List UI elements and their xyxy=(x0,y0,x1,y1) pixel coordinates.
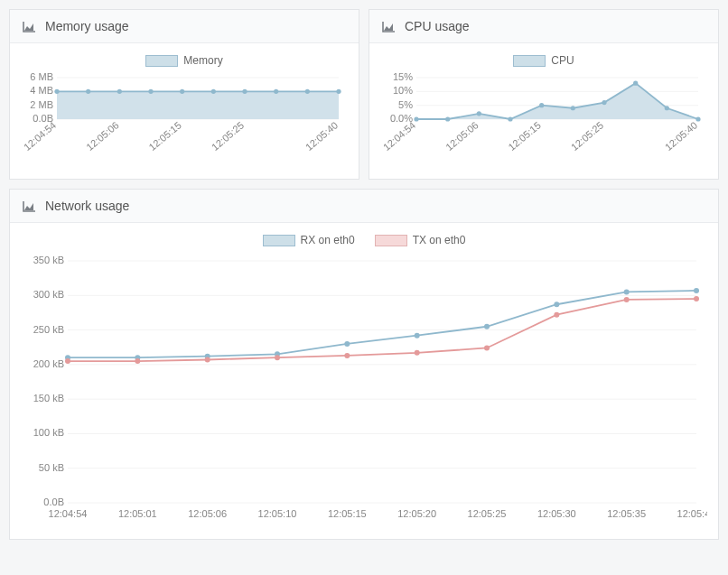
svg-point-66 xyxy=(344,341,350,347)
svg-text:12:05:40: 12:05:40 xyxy=(303,119,341,153)
cpu-chart: 0.0%5%10%15%12:04:5412:05:0612:05:1512:0… xyxy=(380,72,705,162)
svg-point-40 xyxy=(695,116,700,121)
svg-point-78 xyxy=(484,345,490,350)
chart-icon xyxy=(23,21,36,32)
svg-text:4 MB: 4 MB xyxy=(30,85,53,96)
svg-text:12:05:25: 12:05:25 xyxy=(210,119,247,153)
svg-text:200 kB: 200 kB xyxy=(33,358,64,369)
chart-icon xyxy=(382,21,396,32)
swatch-rx xyxy=(263,235,295,246)
svg-text:12:05:25: 12:05:25 xyxy=(569,119,606,153)
svg-text:300 kB: 300 kB xyxy=(33,289,64,300)
legend-label: CPU xyxy=(551,54,574,67)
memory-chart: 0.0B2 MB4 MB6 MB12:04:5412:05:0612:05:15… xyxy=(21,72,346,162)
svg-text:12:04:54: 12:04:54 xyxy=(22,119,59,153)
cpu-panel: CPU usage CPU 0.0%5%10%15%12:04:5412:05:… xyxy=(369,9,719,180)
svg-point-33 xyxy=(477,111,481,116)
svg-point-32 xyxy=(445,116,450,121)
swatch-memory xyxy=(145,55,178,67)
svg-text:350 kB: 350 kB xyxy=(33,255,64,265)
svg-point-8 xyxy=(54,89,59,94)
legend-label: Memory xyxy=(183,54,222,67)
svg-point-38 xyxy=(633,81,638,86)
svg-point-77 xyxy=(415,350,420,356)
svg-text:12:05:20: 12:05:20 xyxy=(397,508,436,519)
swatch-tx xyxy=(375,235,407,246)
svg-point-74 xyxy=(205,357,210,362)
svg-point-75 xyxy=(275,355,280,360)
svg-text:12:04:54: 12:04:54 xyxy=(381,119,418,153)
svg-point-36 xyxy=(571,106,575,110)
svg-point-34 xyxy=(508,116,512,121)
svg-point-72 xyxy=(65,358,70,364)
legend-label: TX on eth0 xyxy=(413,234,466,246)
svg-text:0.0B: 0.0B xyxy=(43,496,64,507)
svg-point-14 xyxy=(242,89,247,94)
svg-text:2 MB: 2 MB xyxy=(30,99,53,110)
svg-point-37 xyxy=(602,100,606,105)
cpu-legend: CPU xyxy=(380,54,707,67)
svg-text:12:05:35: 12:05:35 xyxy=(607,508,646,519)
svg-point-17 xyxy=(336,89,341,94)
svg-text:5%: 5% xyxy=(398,99,413,110)
svg-point-76 xyxy=(344,353,350,358)
svg-point-73 xyxy=(135,358,140,364)
svg-text:12:05:06: 12:05:06 xyxy=(443,119,481,153)
svg-point-71 xyxy=(694,288,699,293)
svg-text:15%: 15% xyxy=(393,72,413,82)
network-legend: RX on eth0 TX on eth0 xyxy=(21,234,707,246)
panel-title: CPU usage xyxy=(405,19,470,33)
legend-label: RX on eth0 xyxy=(301,234,355,246)
svg-point-39 xyxy=(665,106,669,110)
cpu-panel-header: CPU usage xyxy=(369,10,718,43)
legend-rx: RX on eth0 xyxy=(263,234,355,246)
svg-point-11 xyxy=(148,89,153,94)
svg-point-9 xyxy=(86,89,90,94)
svg-point-70 xyxy=(624,289,630,294)
svg-text:12:05:10: 12:05:10 xyxy=(258,508,297,519)
network-panel: Network usage RX on eth0 TX on eth0 0.0B… xyxy=(9,189,719,540)
svg-text:12:05:01: 12:05:01 xyxy=(118,508,157,519)
svg-point-12 xyxy=(180,89,184,94)
svg-point-35 xyxy=(539,103,544,107)
svg-text:250 kB: 250 kB xyxy=(33,324,64,335)
svg-point-31 xyxy=(414,116,418,121)
svg-point-69 xyxy=(554,301,559,307)
memory-panel-header: Memory usage xyxy=(10,10,359,43)
legend-tx: TX on eth0 xyxy=(375,234,466,246)
panel-title: Memory usage xyxy=(45,19,129,33)
svg-point-67 xyxy=(415,333,420,339)
svg-text:12:05:25: 12:05:25 xyxy=(468,508,507,519)
svg-text:12:05:06: 12:05:06 xyxy=(84,119,121,153)
svg-text:12:05:15: 12:05:15 xyxy=(146,119,183,153)
svg-point-13 xyxy=(211,89,216,94)
svg-point-81 xyxy=(694,296,699,301)
svg-point-16 xyxy=(305,89,310,94)
network-chart: 0.0B50 kB100 kB150 kB200 kB250 kB300 kB3… xyxy=(21,252,707,523)
svg-point-79 xyxy=(554,312,559,318)
memory-panel: Memory usage Memory 0.0B2 MB4 MB6 MB12:0… xyxy=(9,9,359,180)
legend-memory: Memory xyxy=(145,54,222,67)
svg-text:12:05:15: 12:05:15 xyxy=(328,508,367,519)
svg-point-15 xyxy=(274,89,278,94)
svg-text:10%: 10% xyxy=(393,85,413,96)
panel-title: Network usage xyxy=(45,199,129,213)
svg-text:12:05:06: 12:05:06 xyxy=(188,508,227,519)
svg-text:12:05:30: 12:05:30 xyxy=(537,508,576,519)
svg-text:100 kB: 100 kB xyxy=(33,427,64,438)
swatch-cpu xyxy=(513,55,546,67)
svg-point-80 xyxy=(624,297,630,302)
network-panel-header: Network usage xyxy=(10,190,718,223)
svg-text:12:05:40: 12:05:40 xyxy=(677,508,707,519)
svg-text:6 MB: 6 MB xyxy=(30,72,53,82)
legend-cpu: CPU xyxy=(513,54,574,67)
svg-text:12:05:40: 12:05:40 xyxy=(663,119,700,153)
svg-point-10 xyxy=(117,89,122,94)
svg-text:12:05:15: 12:05:15 xyxy=(506,119,543,153)
svg-point-68 xyxy=(484,324,490,329)
memory-legend: Memory xyxy=(21,54,348,67)
svg-text:12:04:54: 12:04:54 xyxy=(49,508,88,519)
chart-icon xyxy=(23,200,36,212)
svg-text:150 kB: 150 kB xyxy=(33,393,64,403)
svg-text:50 kB: 50 kB xyxy=(39,462,64,473)
